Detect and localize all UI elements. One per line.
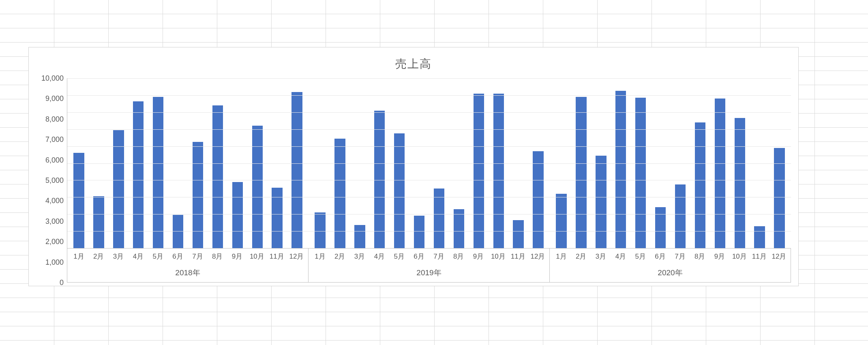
bar[interactable] — [655, 207, 666, 248]
bar[interactable] — [675, 184, 686, 248]
bar[interactable] — [113, 130, 124, 248]
grid-line — [67, 163, 791, 164]
year-label: 2018年 — [67, 265, 309, 283]
bar[interactable] — [374, 111, 385, 248]
y-tick-label: 10,000 — [41, 74, 64, 83]
bar[interactable] — [735, 118, 745, 248]
grid-line — [67, 180, 791, 180]
month-label: 5月 — [630, 249, 650, 265]
chart-title: 売上高 — [36, 56, 791, 72]
year-label: 2020年 — [550, 265, 791, 283]
bar[interactable] — [73, 153, 84, 248]
month-label: 10月 — [729, 249, 749, 265]
grid-line — [67, 231, 791, 231]
grid-line — [67, 146, 791, 147]
month-label: 6月 — [650, 249, 670, 265]
y-tick-label: 9,000 — [45, 94, 64, 103]
month-label: 4月 — [369, 249, 389, 265]
month-label: 10月 — [488, 249, 508, 265]
bar[interactable] — [232, 182, 243, 248]
month-label: 11月 — [749, 249, 769, 265]
chart-object[interactable]: 売上高 01,0002,0003,0004,0005,0006,0007,000… — [28, 47, 799, 286]
month-label: 2月 — [571, 249, 591, 265]
month-label: 2月 — [89, 249, 109, 265]
y-axis: 01,0002,0003,0004,0005,0006,0007,0008,00… — [36, 78, 67, 283]
month-label: 1月 — [310, 249, 330, 265]
bar[interactable] — [252, 126, 263, 248]
month-label: 9月 — [710, 249, 730, 265]
plot-area: 01,0002,0003,0004,0005,0006,0007,0008,00… — [36, 78, 791, 283]
month-block: 1月2月3月4月5月6月7月8月9月10月11月12月 — [309, 249, 550, 265]
month-label: 6月 — [168, 249, 188, 265]
bar[interactable] — [133, 101, 144, 248]
month-label: 6月 — [409, 249, 429, 265]
month-label: 9月 — [227, 249, 247, 265]
y-tick-label: 1,000 — [45, 258, 64, 266]
bar[interactable] — [533, 151, 543, 248]
bar[interactable] — [576, 97, 586, 248]
bar[interactable] — [93, 196, 104, 248]
bar[interactable] — [414, 216, 424, 248]
month-label: 3月 — [350, 249, 370, 265]
month-label: 7月 — [429, 249, 449, 265]
y-tick-label: 5,000 — [45, 176, 64, 185]
y-tick-label: 8,000 — [45, 115, 64, 123]
bar[interactable] — [695, 122, 705, 248]
grid-line — [67, 95, 791, 96]
bar[interactable] — [635, 98, 646, 248]
x-axis-years: 2018年2019年2020年 — [67, 265, 791, 283]
bar[interactable] — [434, 189, 444, 248]
month-label: 4月 — [128, 249, 148, 265]
month-label: 8月 — [208, 249, 227, 265]
month-label: 8月 — [690, 249, 710, 265]
month-label: 1月 — [69, 249, 89, 265]
grid-line — [67, 197, 791, 197]
bar[interactable] — [715, 99, 725, 248]
month-label: 7月 — [670, 249, 690, 265]
y-tick-label: 7,000 — [45, 135, 64, 144]
grid-line — [67, 214, 791, 214]
month-label: 12月 — [769, 249, 789, 265]
bar[interactable] — [474, 94, 484, 248]
y-tick-label: 3,000 — [45, 217, 64, 225]
bar[interactable] — [153, 97, 163, 248]
month-label: 5月 — [389, 249, 409, 265]
bar[interactable] — [354, 225, 365, 248]
month-label: 11月 — [508, 249, 528, 265]
bar[interactable] — [556, 194, 566, 248]
bar[interactable] — [596, 156, 606, 248]
y-tick-label: 0 — [60, 279, 64, 287]
bar[interactable] — [454, 209, 464, 248]
month-label: 12月 — [287, 249, 306, 265]
grid-line — [67, 112, 791, 113]
y-tick-label: 2,000 — [45, 238, 64, 246]
bar[interactable] — [173, 215, 183, 248]
y-tick-label: 4,000 — [45, 197, 64, 205]
bar[interactable] — [334, 139, 345, 248]
x-axis-months: 1月2月3月4月5月6月7月8月9月10月11月12月1月2月3月4月5月6月7… — [67, 249, 791, 265]
bar[interactable] — [212, 105, 223, 248]
bars-area — [67, 78, 791, 249]
bar[interactable] — [615, 91, 626, 248]
month-label: 7月 — [188, 249, 208, 265]
grid-line — [67, 129, 791, 130]
month-label: 5月 — [148, 249, 168, 265]
month-label: 3月 — [591, 249, 611, 265]
month-label: 4月 — [611, 249, 630, 265]
bar[interactable] — [493, 94, 504, 248]
month-label: 1月 — [551, 249, 571, 265]
bar[interactable] — [291, 92, 302, 248]
grid-line — [67, 78, 791, 79]
bar[interactable] — [193, 142, 203, 248]
bar[interactable] — [513, 220, 523, 248]
bar[interactable] — [754, 226, 765, 248]
month-label: 8月 — [449, 249, 469, 265]
year-label: 2019年 — [309, 265, 550, 283]
month-label: 2月 — [330, 249, 350, 265]
month-block: 1月2月3月4月5月6月7月8月9月10月11月12月 — [67, 249, 309, 265]
y-tick-label: 6,000 — [45, 156, 64, 164]
month-label: 11月 — [267, 249, 287, 265]
bar[interactable] — [315, 212, 325, 248]
month-label: 9月 — [469, 249, 489, 265]
month-label: 12月 — [528, 249, 548, 265]
